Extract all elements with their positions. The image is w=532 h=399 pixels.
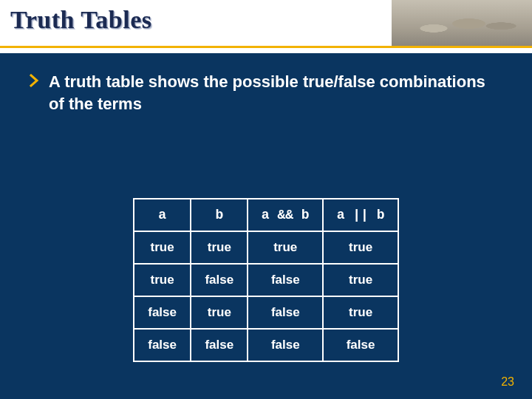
cell: false [248, 329, 323, 361]
table-row: true true true true [134, 231, 398, 264]
cell: true [134, 231, 191, 264]
col-header-b: b [191, 199, 248, 231]
cell: false [134, 296, 191, 329]
slide-title: Truth Tables [10, 6, 152, 34]
col-header-and: a && b [248, 199, 323, 231]
cell: true [323, 296, 398, 329]
cell: true [248, 231, 323, 264]
table-row: true false false true [134, 264, 398, 296]
cell: true [191, 231, 248, 264]
page-number: 23 [501, 375, 514, 389]
cell: false [248, 264, 323, 296]
cell: false [134, 329, 191, 361]
cell: true [323, 231, 398, 264]
cell: false [191, 329, 248, 361]
truth-table-container: a b a && b a || b true true true true tr… [133, 198, 399, 362]
cell: true [323, 264, 398, 296]
cell: true [134, 264, 191, 296]
chevron-right-icon [30, 74, 41, 87]
table-row: false true false true [134, 296, 398, 329]
table-header-row: a b a && b a || b [134, 199, 398, 231]
truth-table: a b a && b a || b true true true true tr… [133, 198, 399, 362]
col-header-a: a [134, 199, 191, 231]
table-row: false false false false [134, 329, 398, 361]
slide-header: Truth Tables [0, 0, 532, 53]
cell: false [248, 296, 323, 329]
header-rule [0, 46, 532, 48]
bullet-text: A truth table shows the possible true/fa… [49, 71, 502, 115]
cell: false [191, 264, 248, 296]
header-photo [392, 0, 532, 47]
cell: true [191, 296, 248, 329]
bullet-item: A truth table shows the possible true/fa… [30, 71, 502, 115]
cell: false [323, 329, 398, 361]
col-header-or: a || b [323, 199, 398, 231]
